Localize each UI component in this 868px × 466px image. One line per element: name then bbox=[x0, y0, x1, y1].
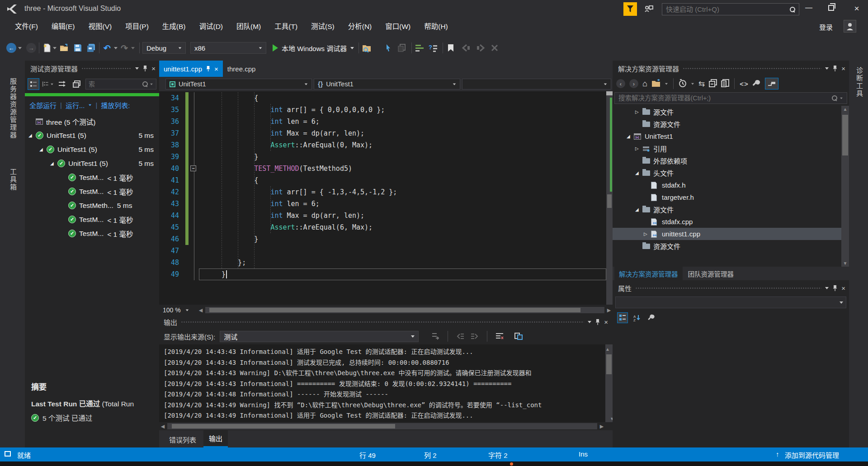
debugger-dropdown-icon[interactable] bbox=[350, 47, 354, 49]
output-header[interactable]: 输出 × bbox=[159, 315, 613, 328]
close-icon[interactable]: × bbox=[151, 65, 156, 72]
wrench-icon[interactable] bbox=[753, 79, 761, 89]
scrollbar-thumb[interactable] bbox=[606, 354, 612, 374]
tab-error-list[interactable]: 错误列表 bbox=[164, 432, 202, 447]
test-tree-item[interactable]: ✓TestM...< 1 毫秒 bbox=[25, 184, 159, 198]
code-line[interactable]: 47 bbox=[159, 245, 606, 257]
solution-scrollbar[interactable]: ▲ ▼ bbox=[841, 106, 849, 267]
close-icon[interactable]: × bbox=[214, 65, 218, 73]
window-position-icon[interactable] bbox=[588, 321, 591, 323]
code-line[interactable]: 42 int arr[] = { -1,3,-4,5,-1,2 }; bbox=[159, 186, 606, 198]
group-by-list-icon[interactable] bbox=[28, 78, 39, 90]
solution-tree-item[interactable]: stdafx.h bbox=[613, 179, 849, 191]
solution-tree-item[interactable]: ◢源文件 bbox=[613, 203, 849, 216]
next-bookmark-icon[interactable] bbox=[476, 42, 486, 54]
new-file-icon[interactable]: ✱ bbox=[42, 42, 52, 54]
quick-launch-input[interactable] bbox=[666, 5, 779, 13]
menu-item[interactable]: 项目(P) bbox=[118, 18, 156, 35]
toggle-bookmark-icon[interactable] bbox=[446, 42, 456, 54]
test-search-box[interactable] bbox=[85, 79, 156, 89]
menu-item[interactable]: 团队(M) bbox=[230, 18, 268, 35]
editor-vertical-scrollbar[interactable] bbox=[606, 91, 613, 305]
test-tree-item[interactable]: ✓TestMeth...5 ms bbox=[25, 198, 159, 212]
solution-tree-item[interactable]: ▷源文件 bbox=[613, 106, 849, 118]
minimize-button[interactable]: — bbox=[801, 4, 816, 12]
back-icon[interactable]: ‹ bbox=[616, 79, 625, 88]
expander-icon[interactable]: ◢ bbox=[50, 161, 57, 166]
menu-item[interactable]: 生成(B) bbox=[156, 18, 193, 35]
navigate-back-icon[interactable]: ← bbox=[6, 43, 16, 53]
add-to-source-control-button[interactable]: 添加到源代码管理 bbox=[785, 450, 839, 460]
open-file-icon[interactable] bbox=[59, 42, 69, 54]
copy-parent-icon[interactable] bbox=[397, 42, 407, 54]
pending-changes-filter-icon[interactable] bbox=[679, 79, 687, 89]
expander-icon[interactable]: ◢ bbox=[635, 207, 642, 212]
member-scope-dropdown[interactable] bbox=[462, 79, 611, 89]
show-whitespace-icon[interactable] bbox=[415, 42, 425, 54]
code-line[interactable]: 41 { bbox=[159, 174, 606, 186]
tab-team-explorer[interactable]: 团队资源管理器 bbox=[684, 267, 739, 281]
menu-item[interactable]: 测试(S) bbox=[304, 18, 341, 35]
solution-tree-item[interactable]: 外部依赖项 bbox=[613, 155, 849, 167]
pin-icon[interactable] bbox=[206, 66, 211, 72]
navigate-back-dropdown-icon[interactable] bbox=[18, 47, 22, 49]
filter-dropdown-icon[interactable] bbox=[691, 83, 694, 85]
menu-item[interactable]: 视图(V) bbox=[81, 18, 118, 35]
window-position-icon[interactable] bbox=[825, 67, 829, 70]
run-dropdown-icon[interactable] bbox=[89, 104, 91, 106]
previous-message-icon[interactable] bbox=[455, 330, 465, 342]
search-dropdown-icon[interactable] bbox=[840, 97, 843, 99]
test-explorer-header[interactable]: 测试资源管理器 × bbox=[25, 61, 159, 76]
redo-dropdown-icon[interactable] bbox=[131, 47, 135, 49]
solution-platform-dropdown[interactable]: x86 bbox=[190, 42, 266, 54]
playlist-windows-icon[interactable] bbox=[71, 78, 83, 90]
clear-bookmarks-icon[interactable] bbox=[490, 42, 500, 54]
sync-with-active-document-icon[interactable]: ⇆ bbox=[698, 79, 705, 89]
code-line[interactable]: 48 }; bbox=[159, 257, 606, 268]
playlist-link[interactable]: 播放列表: bbox=[101, 100, 130, 110]
goto-message-icon[interactable] bbox=[430, 330, 440, 342]
solution-search-box[interactable] bbox=[614, 92, 847, 104]
scroll-right-icon[interactable]: ▶ bbox=[598, 424, 605, 429]
sign-in-link[interactable]: 登录 bbox=[819, 22, 833, 32]
scroll-up-icon[interactable]: ▲ bbox=[605, 347, 610, 352]
close-icon[interactable]: × bbox=[841, 65, 845, 72]
toggle-word-wrap-icon[interactable] bbox=[514, 330, 524, 342]
scrollbar-thumb[interactable] bbox=[607, 194, 612, 208]
code-line[interactable]: 49} bbox=[159, 268, 606, 280]
pin-icon[interactable] bbox=[832, 65, 838, 72]
tab-unittest1-cpp[interactable]: unittest1.cpp × bbox=[159, 61, 223, 77]
pin-icon[interactable] bbox=[595, 319, 600, 325]
solution-tree-item[interactable]: ▷引用 bbox=[613, 142, 849, 155]
properties-pages-icon[interactable] bbox=[721, 79, 729, 89]
expander-icon[interactable]: ▷ bbox=[635, 109, 642, 114]
feedback-filter-button[interactable] bbox=[623, 2, 637, 16]
home-icon[interactable]: ⌂ bbox=[642, 79, 647, 89]
test-tree-item[interactable]: ◢✓UnitTest1 (5)5 ms bbox=[25, 156, 159, 170]
splitter-grip[interactable] bbox=[606, 91, 613, 95]
window-position-icon[interactable] bbox=[825, 287, 829, 289]
project-scope-dropdown[interactable]: UnitTest1 bbox=[165, 79, 312, 89]
send-feedback-icon[interactable] bbox=[644, 4, 654, 15]
menu-item[interactable]: 分析(N) bbox=[341, 18, 379, 35]
test-tree-item[interactable]: ✓TestM...< 1 毫秒 bbox=[25, 212, 159, 226]
save-icon[interactable] bbox=[73, 42, 83, 54]
switch-views-icon[interactable] bbox=[651, 79, 660, 89]
solution-tree-item[interactable]: targetver.h bbox=[613, 191, 849, 203]
test-tree-item[interactable]: ✓TestM...< 1 毫秒 bbox=[25, 226, 159, 240]
expander-icon[interactable]: ◢ bbox=[28, 133, 36, 138]
properties-object-dropdown[interactable] bbox=[615, 297, 846, 308]
search-icon[interactable] bbox=[790, 7, 795, 12]
expander-icon[interactable]: ◢ bbox=[635, 170, 642, 175]
scroll-right-icon[interactable]: ▶ bbox=[605, 307, 613, 313]
pin-icon[interactable] bbox=[832, 285, 838, 292]
test-tree-item[interactable]: ⋈three (5 个测试) bbox=[25, 114, 159, 128]
menu-item[interactable]: 调试(D) bbox=[192, 18, 230, 35]
close-icon[interactable]: × bbox=[841, 285, 845, 292]
menu-item[interactable]: 窗口(W) bbox=[378, 18, 417, 35]
undo-dropdown-icon[interactable] bbox=[114, 47, 118, 49]
solution-search-input[interactable] bbox=[618, 94, 832, 102]
scrollbar-thumb[interactable] bbox=[842, 115, 848, 155]
tab-output[interactable]: 输出 bbox=[203, 430, 228, 447]
passed-count-link[interactable]: 5 个测试 已通过 bbox=[42, 413, 92, 423]
